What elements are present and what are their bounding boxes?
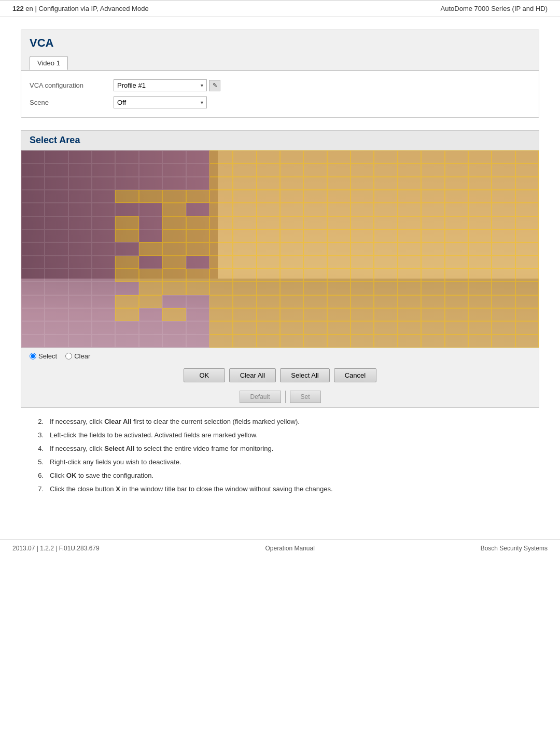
instruction-number: 6.: [33, 470, 44, 481]
select-area-title: Select Area: [21, 131, 539, 150]
instruction-text: If necessary, click Select All to select…: [50, 443, 273, 454]
vca-tabs: Video 1: [21, 54, 539, 70]
clear-all-button[interactable]: Clear All: [229, 368, 276, 382]
vca-config-control: Profile #1 ✎: [114, 79, 220, 91]
instruction-number: 3.: [33, 430, 44, 441]
default-set-row: Default Set: [21, 389, 539, 407]
radio-clear-text: Clear: [74, 352, 90, 360]
instruction-item: 6.Click OK to save the configuration.: [33, 470, 527, 481]
default-button[interactable]: Default: [240, 391, 281, 403]
instruction-text: Click OK to save the configuration.: [50, 470, 153, 481]
header-left: 122 en | Configuration via IP, Advanced …: [12, 5, 149, 12]
instruction-text: Right-click any fields you wish to deact…: [50, 457, 181, 468]
vca-config-label: VCA configuration: [30, 81, 107, 89]
scene-select-wrapper[interactable]: Off: [114, 96, 207, 108]
instruction-text: Left-click the fields to be activated. A…: [50, 430, 258, 441]
vca-config-row: VCA configuration Profile #1 ✎: [30, 77, 530, 94]
action-buttons: OK Clear All Select All Cancel: [21, 364, 539, 389]
separator: [285, 391, 286, 403]
cancel-button[interactable]: Cancel: [334, 368, 376, 382]
scene-label: Scene: [30, 99, 107, 106]
instruction-number: 4.: [33, 443, 44, 454]
footer-center: Operation Manual: [265, 545, 314, 552]
radio-clear[interactable]: [65, 353, 72, 359]
vca-title: VCA: [21, 30, 539, 54]
radio-select-label[interactable]: Select: [30, 352, 57, 360]
instructions: 2.If necessary, click Clear All first to…: [21, 408, 539, 506]
instruction-item: 4.If necessary, click Select All to sele…: [33, 443, 527, 454]
page-number: 122: [12, 5, 24, 12]
scene-select[interactable]: Off: [114, 96, 207, 108]
radio-select-text: Select: [38, 352, 57, 360]
radio-select[interactable]: [30, 353, 36, 359]
instruction-number: 5.: [33, 457, 44, 468]
instruction-number: 7.: [33, 483, 44, 495]
instruction-text: Click the close button X in the window t…: [50, 483, 333, 495]
instructions-list: 2.If necessary, click Clear All first to…: [33, 416, 527, 495]
tab-video1[interactable]: Video 1: [30, 56, 68, 70]
footer-right: Bosch Security Systems: [481, 545, 548, 552]
select-area-panel: Select Area Select Clear: [21, 130, 539, 408]
vca-panel: VCA Video 1 VCA configuration Profile #1…: [21, 30, 539, 118]
page-footer: 2013.07 | 1.2.2 | F.01U.283.679 Operatio…: [0, 539, 560, 557]
vca-config-select[interactable]: Profile #1: [114, 79, 207, 91]
instruction-item: 3.Left-click the fields to be activated.…: [33, 430, 527, 441]
vca-config-edit-icon[interactable]: ✎: [209, 80, 220, 91]
vca-config-select-wrapper[interactable]: Profile #1: [114, 79, 207, 91]
instruction-text: If necessary, click Clear All first to c…: [50, 416, 300, 427]
ok-button[interactable]: OK: [184, 368, 225, 382]
instruction-item: 2.If necessary, click Clear All first to…: [33, 416, 527, 427]
scene-row: Scene Off: [30, 94, 530, 111]
header-left-text: en | Configuration via IP, Advanced Mode: [25, 5, 148, 12]
instruction-item: 5.Right-click any fields you wish to dea…: [33, 457, 527, 468]
instruction-number: 2.: [33, 416, 44, 427]
scene-control: Off: [114, 96, 207, 108]
instruction-item: 7.Click the close button X in the window…: [33, 483, 527, 495]
camera-view: [21, 150, 539, 348]
vca-body: VCA configuration Profile #1 ✎ Scene: [21, 70, 539, 117]
set-button[interactable]: Set: [290, 391, 321, 403]
footer-left: 2013.07 | 1.2.2 | F.01U.283.679: [12, 545, 100, 552]
page-header: 122 en | Configuration via IP, Advanced …: [0, 0, 560, 17]
select-all-button[interactable]: Select All: [280, 368, 329, 382]
area-controls: Select Clear: [21, 348, 539, 364]
page-content: VCA Video 1 VCA configuration Profile #1…: [0, 17, 560, 518]
radio-clear-label[interactable]: Clear: [65, 352, 90, 360]
camera-overlay: [21, 150, 539, 348]
header-right: AutoDome 7000 Series (IP and HD): [441, 5, 548, 12]
